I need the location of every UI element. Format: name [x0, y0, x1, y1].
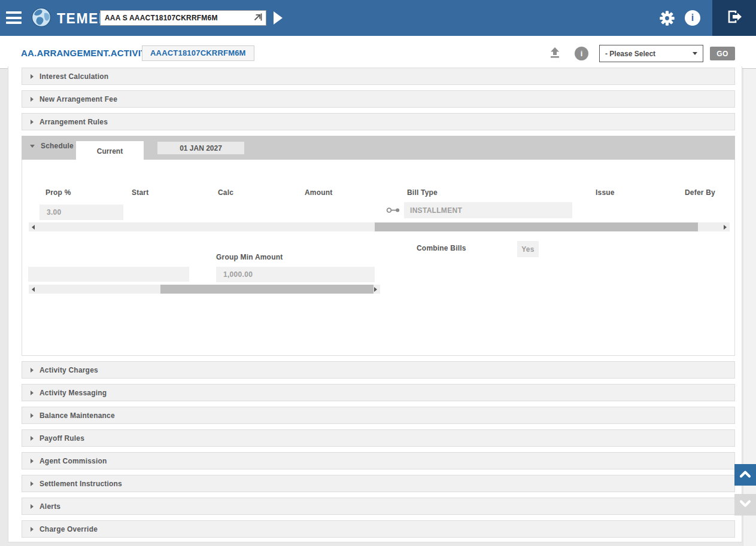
upload-icon[interactable]	[548, 45, 562, 62]
schedule-horizontal-scrollbar[interactable]	[29, 222, 730, 231]
section-label: Activity Messaging	[40, 389, 107, 397]
section-arrangement-rules[interactable]: Arrangement Rules	[22, 113, 735, 130]
section-schedule-header[interactable]: Schedule Current 01 JAN 2027	[22, 136, 735, 160]
section-label: Payoff Rules	[40, 434, 84, 443]
section-alerts[interactable]: Alerts	[22, 498, 735, 515]
section-label: Arrangement Rules	[40, 118, 108, 126]
go-button[interactable]: GO	[710, 47, 735, 60]
scroll-left-icon[interactable]	[32, 225, 35, 230]
scroll-to-top-button[interactable]	[734, 464, 756, 486]
column-header-defer-by: Defer By	[685, 188, 715, 197]
sign-out-button[interactable]	[712, 0, 756, 36]
prop-percent-field[interactable]: 3.00	[40, 205, 123, 220]
scrollbar-thumb[interactable]	[160, 285, 374, 294]
chevron-right-icon	[31, 74, 34, 79]
column-header-bill-type: Bill Type	[407, 188, 438, 197]
app-window: TEMENOS	[0, 0, 756, 546]
chevron-down-icon	[693, 52, 697, 55]
section-label: Balance Maintenance	[40, 411, 115, 420]
section-settlement-instructions[interactable]: Settlement Instructions	[22, 475, 735, 492]
chevron-right-icon	[31, 504, 34, 509]
enter-command-icon[interactable]	[253, 12, 263, 25]
group-min-amount-label: Group Min Amount	[216, 253, 283, 261]
globe-icon	[31, 7, 51, 30]
link-key-icon[interactable]	[386, 206, 400, 216]
section-payoff-rules[interactable]: Payoff Rules	[22, 429, 735, 447]
chevron-right-icon	[31, 97, 34, 102]
chevron-right-icon	[31, 481, 34, 486]
group-horizontal-scrollbar[interactable]	[29, 285, 380, 294]
chevron-down-icon	[30, 145, 35, 148]
combine-bills-label: Combine Bills	[417, 244, 466, 252]
top-navigation-bar: TEMENOS	[0, 0, 756, 36]
gear-icon[interactable]	[659, 10, 675, 29]
action-select-dropdown[interactable]: - Please Select	[599, 45, 703, 62]
info-icon[interactable]: i	[685, 10, 700, 26]
chevron-right-icon	[31, 459, 34, 463]
section-label: Schedule	[41, 142, 74, 150]
chevron-right-icon	[31, 527, 34, 532]
play-icon[interactable]	[274, 11, 283, 25]
section-new-arrangement-fee[interactable]: New Arrangement Fee	[22, 90, 735, 108]
sign-out-icon	[726, 8, 743, 28]
section-label: Interest Calculation	[40, 72, 108, 81]
scroll-right-icon[interactable]	[374, 287, 377, 292]
section-charge-override[interactable]: Charge Override	[22, 520, 735, 538]
section-label: Settlement Instructions	[40, 480, 122, 488]
chevron-right-icon	[31, 120, 34, 124]
scroll-right-icon[interactable]	[724, 225, 727, 230]
scroll-left-icon[interactable]	[32, 287, 35, 292]
group-min-amount-field[interactable]: 1,000.00	[216, 267, 375, 282]
main-content-panel: Interest Calculation New Arrangement Fee…	[8, 66, 742, 542]
info-icon[interactable]: i	[575, 47, 588, 60]
page-title: AA.ARRANGEMENT.ACTIVITY	[21, 48, 153, 58]
bill-type-field[interactable]: INSTALLMENT	[404, 202, 572, 218]
chevron-right-icon	[31, 391, 34, 395]
chevron-right-icon	[31, 436, 34, 441]
section-agent-commission[interactable]: Agent Commission	[22, 452, 735, 469]
combine-bills-field[interactable]: Yes	[517, 241, 539, 257]
section-label: New Arrangement Fee	[40, 95, 117, 103]
chevron-right-icon	[31, 368, 34, 373]
section-balance-maintenance[interactable]: Balance Maintenance	[22, 407, 735, 424]
record-reference-badge: AAACT18107CKRRFM6M	[142, 45, 254, 61]
column-header-prop: Prop %	[45, 188, 71, 197]
tab-current[interactable]: Current	[76, 141, 144, 161]
schedule-section-body: Prop % Start Calc Amount Bill Type Issue…	[22, 160, 735, 356]
scrollbar-thumb[interactable]	[375, 222, 698, 231]
section-label: Agent Commission	[40, 457, 107, 465]
column-header-calc: Calc	[218, 188, 233, 197]
command-line-box	[100, 10, 266, 26]
section-interest-calculation[interactable]: Interest Calculation	[22, 68, 735, 85]
section-label: Charge Override	[40, 525, 98, 533]
hamburger-menu-icon[interactable]	[6, 11, 22, 25]
chevron-down-icon	[739, 499, 752, 511]
empty-field[interactable]	[28, 267, 189, 282]
chevron-up-icon	[739, 469, 752, 481]
section-activity-messaging[interactable]: Activity Messaging	[22, 384, 735, 401]
column-header-amount: Amount	[305, 188, 333, 197]
scroll-to-bottom-button[interactable]	[734, 494, 756, 516]
tab-01-jan-2027[interactable]: 01 JAN 2027	[157, 142, 244, 154]
column-header-issue: Issue	[596, 188, 615, 197]
action-select-value: - Please Select	[605, 50, 655, 58]
chevron-right-icon	[31, 413, 34, 418]
context-toolbar: AA.ARRANGEMENT.ACTIVITY AAACT18107CKRRFM…	[0, 36, 756, 69]
column-header-start: Start	[132, 188, 148, 197]
command-input[interactable]	[105, 14, 253, 22]
section-activity-charges[interactable]: Activity Charges	[22, 361, 735, 379]
section-label: Alerts	[40, 502, 60, 511]
section-label: Activity Charges	[40, 366, 98, 374]
